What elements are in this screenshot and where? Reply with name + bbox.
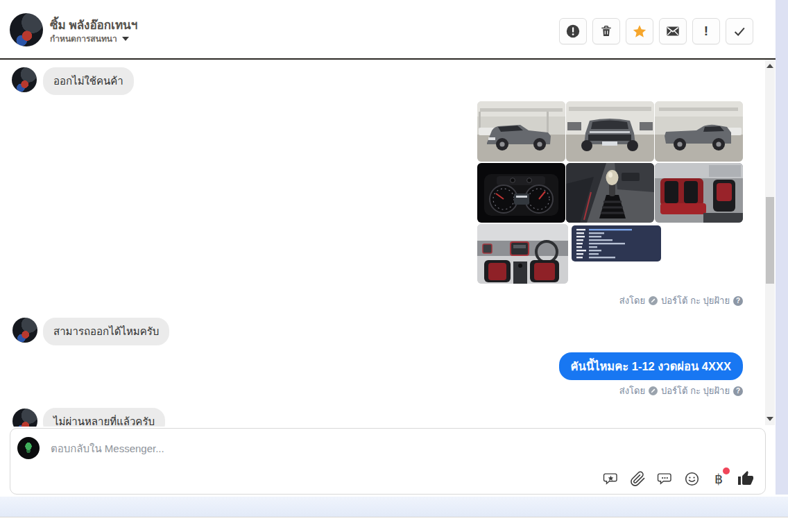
scroll-up-arrow-icon[interactable] — [766, 64, 773, 68]
like-button[interactable] — [737, 470, 754, 487]
attach-button[interactable] — [629, 470, 646, 487]
outgoing-message-bubble: คันนี้ไหมคะ 1-12 งวดผ่อน 4XXX — [559, 352, 743, 380]
sender-badge-icon — [649, 296, 658, 305]
bottom-divider — [0, 517, 788, 517]
exclamation-icon: ! — [704, 24, 708, 39]
vehicle-spec-card-image — [572, 225, 661, 261]
rear-seats-image — [655, 163, 743, 223]
composer-toolbar: ฿ — [602, 470, 754, 487]
photo-gear-shifter[interactable] — [566, 163, 654, 223]
emoji-button[interactable] — [683, 470, 700, 487]
scroll-down-arrow-icon[interactable] — [766, 417, 773, 421]
gear-shifter-image — [566, 163, 654, 223]
photo-vehicle-spec-card[interactable] — [572, 225, 661, 261]
sticker-button[interactable] — [602, 470, 619, 487]
check-icon — [732, 24, 747, 39]
conversation-header: ซิ้ม พลังอ๊อกเทนฯ กำหนดการสนทนา — [0, 0, 776, 58]
payment-baht-icon: ฿ — [714, 471, 723, 487]
trash-icon — [599, 24, 613, 38]
truck-rear-side-image — [655, 101, 743, 162]
chevron-down-icon — [122, 37, 129, 41]
contact-avatar[interactable] — [10, 13, 43, 46]
bottom-background-band — [0, 497, 788, 517]
photo-instrument-cluster[interactable] — [477, 163, 565, 223]
interior-cockpit-image — [477, 224, 568, 284]
help-icon[interactable]: ? — [733, 296, 743, 306]
sent-by-label: ส่งโดย — [619, 293, 645, 308]
mark-unread-button[interactable] — [659, 18, 687, 44]
scrollbar-thumb[interactable] — [766, 197, 774, 284]
exclamation-circle-icon — [565, 24, 581, 39]
conversation-schedule-dropdown[interactable]: กำหนดการสนทนา — [50, 32, 129, 45]
incoming-message-bubble: สามารถออกได้ไหมครับ — [43, 318, 169, 345]
avatar[interactable] — [12, 409, 37, 427]
reply-input[interactable] — [51, 438, 536, 458]
incoming-message-bubble: ไม่ผ่านหลายที่แล้วครับ — [43, 408, 165, 427]
saved-reply-icon — [657, 471, 673, 487]
chat-scrollbar[interactable] — [765, 60, 775, 425]
help-icon[interactable]: ? — [733, 386, 743, 396]
photo-truck-front-view[interactable] — [566, 101, 654, 162]
photo-truck-side-view[interactable] — [477, 101, 565, 162]
star-icon — [632, 24, 647, 39]
emoji-icon — [684, 471, 700, 487]
conversation-schedule-label: กำหนดการสนทนา — [50, 32, 117, 45]
delete-button[interactable] — [592, 18, 620, 44]
report-button[interactable] — [559, 18, 587, 44]
photo-interior-cockpit[interactable] — [477, 224, 568, 284]
sender-badge-icon — [649, 386, 658, 395]
photo-rear-seats[interactable] — [655, 163, 743, 223]
instrument-cluster-image — [477, 163, 565, 223]
star-button[interactable] — [626, 18, 653, 44]
photo-truck-rear-side-view[interactable] — [655, 101, 743, 162]
sent-by-attribution: ส่งโดย ปอร์โต้ กะ ปุยฝ้าย ? — [619, 293, 743, 308]
message-thread: ออกไม่ใช้คนค้า — [0, 60, 776, 427]
mark-done-button[interactable] — [726, 18, 753, 44]
sticker-icon — [603, 471, 619, 487]
header-action-bar: ! — [559, 18, 753, 44]
notification-dot — [723, 467, 730, 474]
like-thumb-icon — [737, 470, 754, 488]
truck-side-image — [477, 101, 565, 162]
saved-replies-button[interactable] — [656, 470, 673, 487]
messenger-inbox-page: ซิ้ม พลังอ๊อกเทนฯ กำหนดการสนทนา — [0, 0, 788, 532]
avatar[interactable] — [12, 67, 37, 92]
paperclip-icon — [630, 471, 646, 487]
reply-composer: ฿ — [10, 428, 766, 495]
payment-button[interactable]: ฿ — [710, 470, 727, 487]
avatar[interactable] — [12, 318, 37, 343]
mark-important-button[interactable]: ! — [692, 18, 720, 44]
incoming-message-bubble: ออกไม่ใช้คนค้า — [43, 67, 134, 95]
contact-name: ซิ้ม พลังอ๊อกเทนฯ — [50, 15, 137, 34]
sent-by-name: ปอร์โต้ กะ ปุยฝ้าย — [661, 384, 730, 398]
page-background-strip — [776, 0, 788, 495]
envelope-icon — [665, 24, 680, 39]
sent-by-name: ปอร์โต้ กะ ปุยฝ้าย — [661, 293, 730, 308]
page-avatar — [17, 437, 40, 459]
sent-by-attribution: ส่งโดย ปอร์โต้ กะ ปุยฝ้าย ? — [619, 384, 743, 398]
truck-front-image — [566, 101, 654, 162]
sent-by-label: ส่งโดย — [619, 384, 645, 398]
